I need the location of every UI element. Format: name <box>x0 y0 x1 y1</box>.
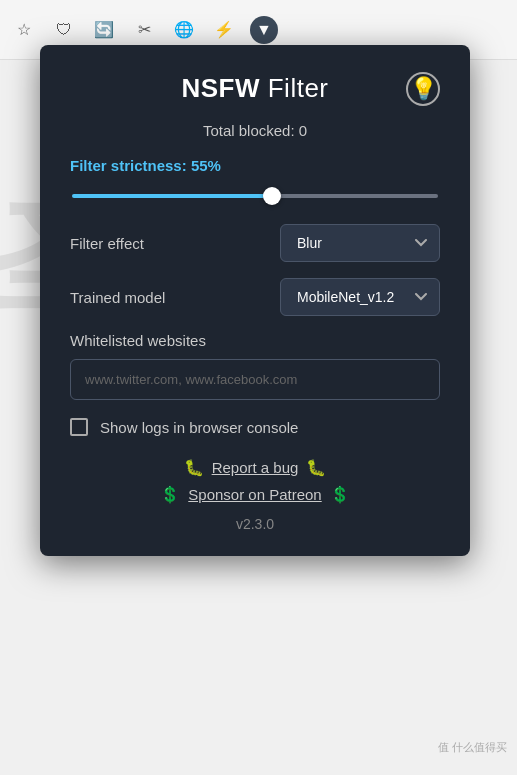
footer-links: 🐛 Report a bug 🐛 💲 Sponsor on Patreon 💲 … <box>70 458 440 532</box>
show-logs-row: Show logs in browser console <box>70 418 440 436</box>
popup-header: NSFW Filter 💡 <box>70 73 440 104</box>
bug-icon-left: 🐛 <box>184 458 204 477</box>
bulb-icon[interactable]: 💡 <box>406 72 440 106</box>
dollar-icon-left: 💲 <box>160 485 180 504</box>
filter-effect-row: Filter effect Blur Hide Pixelate <box>70 224 440 262</box>
report-bug-row: 🐛 Report a bug 🐛 <box>184 458 327 477</box>
bug-icon-right: 🐛 <box>306 458 326 477</box>
strictness-label: Filter strictness: 55% <box>70 157 440 174</box>
filter-effect-select[interactable]: Blur Hide Pixelate <box>280 224 440 262</box>
sponsor-row: 💲 Sponsor on Patreon 💲 <box>160 485 349 504</box>
watermark: 值 什么值得买 <box>438 740 507 755</box>
trained-model-label: Trained model <box>70 289 165 306</box>
report-bug-link[interactable]: Report a bug <box>212 459 299 476</box>
whitelist-label: Whitelisted websites <box>70 332 440 349</box>
filter-effect-label: Filter effect <box>70 235 144 252</box>
sponsor-link[interactable]: Sponsor on Patreon <box>188 486 321 503</box>
version-text: v2.3.0 <box>236 516 274 532</box>
show-logs-label[interactable]: Show logs in browser console <box>100 419 298 436</box>
strictness-slider-container <box>70 184 440 202</box>
dollar-icon-right: 💲 <box>330 485 350 504</box>
trained-model-row: Trained model MobileNet_v1.2 InceptionV3 <box>70 278 440 316</box>
whitelist-input[interactable] <box>70 359 440 400</box>
show-logs-checkbox[interactable] <box>70 418 88 436</box>
trained-model-select[interactable]: MobileNet_v1.2 InceptionV3 <box>280 278 440 316</box>
popup-panel: NSFW Filter 💡 Total blocked: 0 Filter st… <box>40 45 470 556</box>
strictness-slider[interactable] <box>72 194 438 198</box>
popup-title: NSFW Filter <box>181 73 328 104</box>
total-blocked: Total blocked: 0 <box>70 122 440 139</box>
